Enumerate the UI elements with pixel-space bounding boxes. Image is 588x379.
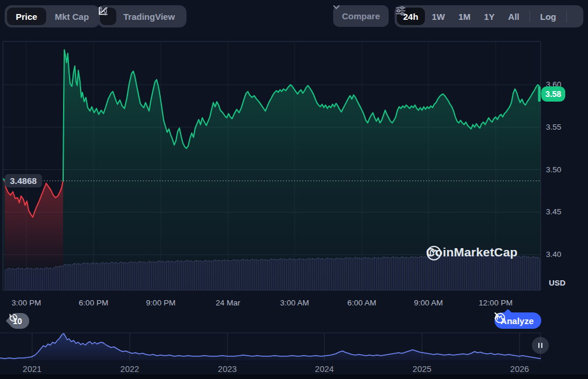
toolbar-divider xyxy=(566,11,568,22)
navigator-year-label: 2024 xyxy=(315,364,334,374)
y-axis-label: 3.50 xyxy=(546,165,561,174)
chevron-right-icon xyxy=(494,312,499,319)
x-axis-label: 24 Mar xyxy=(216,298,240,307)
price-toggle-button[interactable]: Price xyxy=(7,8,46,25)
chevron-down-icon xyxy=(333,5,340,9)
navigator-handle[interactable] xyxy=(532,337,549,354)
navigator-year-label: 2026 xyxy=(510,364,529,374)
x-axis-label: 9:00 PM xyxy=(146,298,175,307)
x-axis-label: 12:00 PM xyxy=(479,298,513,307)
range-1y-button[interactable]: 1Y xyxy=(478,8,501,25)
x-axis-label: 3:00 PM xyxy=(12,298,41,307)
y-axis-unit-label: USD xyxy=(549,279,566,287)
coinmarketcap-logo-icon xyxy=(426,245,442,261)
range-1w-button[interactable]: 1W xyxy=(426,8,452,25)
drawing-history-button[interactable]: 10 xyxy=(9,313,29,329)
handle-grip xyxy=(538,343,539,348)
navigator-year-label: 2021 xyxy=(23,364,41,374)
y-axis-label: 3.40 xyxy=(546,250,561,259)
y-axis-label: 3.45 xyxy=(546,207,561,216)
x-axis-label: 3:00 AM xyxy=(280,298,309,307)
chart-page: Price Mkt Cap TradingView Compare 24h xyxy=(0,0,588,379)
chart-type-toggle: TradingView xyxy=(98,5,186,27)
price-mktcap-toggle: Price Mkt Cap xyxy=(5,5,100,27)
log-scale-button[interactable]: Log xyxy=(534,8,563,25)
range-selector: 24h 1W 1M 1Y All Log xyxy=(395,5,583,27)
compare-label: Compare xyxy=(342,11,380,21)
x-axis-label: 6:00 AM xyxy=(347,298,376,307)
range-1m-button[interactable]: 1M xyxy=(452,8,477,25)
range-all-button[interactable]: All xyxy=(501,8,525,25)
coinmarketcap-watermark: CoinMarketCap xyxy=(426,245,518,259)
x-axis-label: 6:00 PM xyxy=(79,298,108,307)
bottom-edge xyxy=(0,374,588,379)
handle-grip xyxy=(541,343,542,348)
toolbar-divider xyxy=(530,11,531,22)
navigator-year-label: 2025 xyxy=(413,364,431,374)
sliders-icon xyxy=(395,5,407,16)
navigator-chart[interactable] xyxy=(0,327,588,379)
x-axis-label: 9:00 AM xyxy=(414,298,443,307)
tradingview-label: TradingView xyxy=(123,12,175,22)
last-price-badge: 3.58 xyxy=(541,86,565,102)
open-price-label: 3.4868 xyxy=(5,174,42,187)
history-clock-icon xyxy=(9,313,18,322)
navigator-year-label: 2023 xyxy=(218,364,237,374)
navigator-year-label: 2022 xyxy=(120,364,139,374)
compare-button[interactable]: Compare xyxy=(333,5,389,27)
mktcap-toggle-button[interactable]: Mkt Cap xyxy=(46,8,98,25)
candlestick-icon xyxy=(98,5,109,16)
y-axis-label: 3.55 xyxy=(546,123,561,131)
price-chart[interactable] xyxy=(0,0,588,327)
analyze-button[interactable]: Analyze xyxy=(494,312,541,329)
candlestick-chart-type-button[interactable]: TradingView xyxy=(116,12,184,22)
